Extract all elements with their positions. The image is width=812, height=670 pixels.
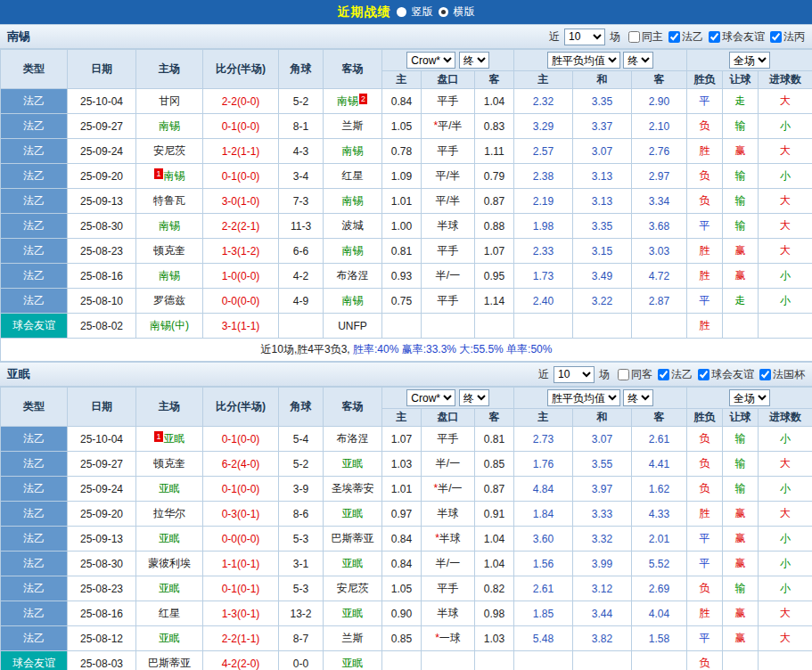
europe-time-select[interactable]: 终 <box>623 389 653 406</box>
corner-cell: 13-2 <box>279 601 324 626</box>
layout-vertical-radio[interactable] <box>397 7 406 17</box>
match-type-cell: 法乙 <box>1 477 68 502</box>
odds-company-select[interactable]: Crow* <box>406 389 455 406</box>
filter-checkbox[interactable] <box>709 31 720 43</box>
match-type-cell: 法乙 <box>1 427 68 452</box>
col-header-euro-home: 主 <box>514 71 573 89</box>
result-cell: 负 <box>687 164 723 189</box>
rank-badge: 1 <box>154 431 162 442</box>
match-row: 法乙25-09-13特鲁瓦3-0(1-0)7-3南锡1.01平/半0.872.1… <box>1 189 812 214</box>
corner-cell: 0-0 <box>279 651 324 670</box>
team-name: 亚眠 <box>342 457 364 470</box>
handicap-cell: 平手 <box>422 239 475 264</box>
team-name: 顿克奎 <box>153 457 185 470</box>
handicap-result-cell: 输 <box>723 214 759 239</box>
handicap-cell: 平手 <box>422 576 475 601</box>
team-name: 拉华尔 <box>153 507 185 519</box>
match-row: 法乙25-09-27南锡0-1(0-0)8-1兰斯1.05*平/半0.833.2… <box>1 114 812 139</box>
match-row: 法乙25-08-16南锡1-0(0-0)4-2布洛涅0.93半/一0.951.7… <box>1 264 812 289</box>
corner-cell: 4-2 <box>279 264 324 289</box>
match-count-select[interactable]: 10 <box>554 366 595 383</box>
date-cell: 25-09-13 <box>68 189 136 214</box>
euro-away-odds-cell: 3.34 <box>632 189 687 214</box>
result-cell: 胜 <box>687 264 723 289</box>
col-header-asian-home: 主 <box>382 409 422 427</box>
filter-同主[interactable]: 同主 <box>628 29 663 45</box>
filter-checkbox[interactable] <box>658 369 669 380</box>
col-header-home: 主场 <box>136 388 203 427</box>
col-header-euro-away: 客 <box>632 409 687 427</box>
score-cell: 2-2(1-1) <box>203 626 279 651</box>
filter-球会友谊[interactable]: 球会友谊 <box>698 367 754 382</box>
result-cell: 负 <box>687 114 723 139</box>
results-table-nancy: 类型 日期 主场 比分(半场) 角球 客场 Crow* 终 胜平负均值 终 全场… <box>0 49 812 362</box>
euro-draw-odds-cell: 3.07 <box>573 427 632 452</box>
away-team-cell: 亚眠 <box>324 601 382 626</box>
col-header-date: 日期 <box>68 388 136 427</box>
filter-法乙[interactable]: 法乙 <box>668 29 703 45</box>
date-cell: 25-09-24 <box>68 139 136 164</box>
asian-away-odds-cell: 0.85 <box>475 452 514 477</box>
filter-checkbox[interactable] <box>770 31 782 43</box>
europe-mode-select[interactable]: 胜平负均值 <box>547 52 620 69</box>
match-type-cell: 法乙 <box>1 239 68 264</box>
team-name: 布洛涅 <box>337 269 369 282</box>
team-name: 亚眠 <box>342 657 364 669</box>
goals-result-cell: 大 <box>759 626 812 651</box>
corner-cell: 5-4 <box>279 427 324 452</box>
team-name-heading: 南锡 <box>7 29 30 45</box>
scope-select[interactable]: 全场 <box>729 389 770 406</box>
col-header-score: 比分(半场) <box>203 388 279 427</box>
euro-away-odds-cell: 4.33 <box>632 502 687 527</box>
filter-同客[interactable]: 同客 <box>618 367 652 382</box>
away-team-cell: 亚眠 <box>324 552 382 576</box>
home-team-cell: 亚眠 <box>136 576 203 601</box>
asian-odds-group: Crow* 终 <box>382 388 514 409</box>
filter-checkbox[interactable] <box>628 31 640 43</box>
match-count-select[interactable]: 10 <box>564 29 605 45</box>
odds-time-select[interactable]: 终 <box>459 52 489 69</box>
euro-home-odds-cell: 2.40 <box>514 289 573 314</box>
filter-checkbox[interactable] <box>668 31 680 43</box>
team-name: 亚眠 <box>159 482 180 494</box>
odds-company-select[interactable]: Crow* <box>406 52 455 69</box>
filter-法丙[interactable]: 法丙 <box>770 29 805 45</box>
home-team-cell: 巴斯蒂亚 <box>136 651 203 670</box>
goals-result-cell: 小 <box>759 552 812 576</box>
goals-result-cell: 大 <box>759 452 812 477</box>
filter-球会友谊[interactable]: 球会友谊 <box>709 29 765 45</box>
goals-result-cell: 小 <box>759 477 812 502</box>
filter-checkbox[interactable] <box>618 369 629 380</box>
filter-法国杯[interactable]: 法国杯 <box>759 367 805 382</box>
page-title: 近期战绩 <box>338 4 391 20</box>
odds-time-select[interactable]: 终 <box>459 389 489 406</box>
scope-select[interactable]: 全场 <box>729 52 770 69</box>
europe-mode-select[interactable]: 胜平负均值 <box>547 389 620 406</box>
match-row: 法乙25-08-23顿克奎1-3(1-2)6-6南锡0.81平手1.072.33… <box>1 239 812 264</box>
filter-法乙[interactable]: 法乙 <box>658 367 693 382</box>
away-team-cell: 巴斯蒂亚 <box>324 527 382 552</box>
filter-checkbox[interactable] <box>759 369 771 380</box>
euro-draw-odds-cell: 3.12 <box>573 576 632 601</box>
date-cell: 25-09-27 <box>68 452 136 477</box>
score-cell: 0-1(0-0) <box>203 164 279 189</box>
handicap-result-cell: 赢 <box>723 239 759 264</box>
asian-home-odds-cell: 0.84 <box>382 552 422 576</box>
score-cell: 1-2(1-1) <box>203 139 279 164</box>
euro-home-odds-cell: 1.85 <box>514 601 573 626</box>
layout-horizontal-radio[interactable] <box>439 7 448 17</box>
goals-result-cell: 大 <box>759 214 812 239</box>
team-name: 顿克奎 <box>153 244 185 257</box>
match-type-cell: 法乙 <box>1 189 68 214</box>
near-label: 近 <box>549 29 560 45</box>
score-cell: 2-2(0-0) <box>203 89 279 114</box>
euro-home-odds-cell: 4.84 <box>514 477 573 502</box>
asian-home-odds-cell: 1.01 <box>382 477 422 502</box>
euro-draw-odds-cell: 3.35 <box>573 89 632 114</box>
match-row: 法乙25-09-13亚眠0-0(0-0)5-3巴斯蒂亚0.84*半球1.043.… <box>1 527 812 552</box>
filter-checkbox[interactable] <box>698 369 709 380</box>
asian-home-odds-cell: 0.85 <box>382 626 422 651</box>
score-cell: 0-0(0-0) <box>203 527 279 552</box>
europe-time-select[interactable]: 终 <box>623 52 653 69</box>
corner-cell: 5-3 <box>279 576 324 601</box>
